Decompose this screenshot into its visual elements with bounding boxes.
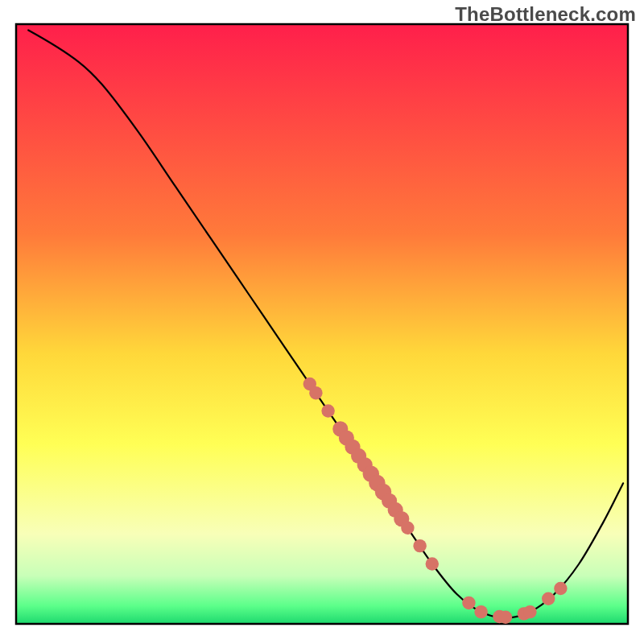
data-marker — [426, 557, 439, 570]
data-marker — [554, 582, 567, 595]
data-marker — [474, 605, 487, 618]
data-marker — [321, 404, 334, 417]
watermark-text: TheBottleneck.com — [455, 3, 636, 26]
chart-stage: TheBottleneck.com — [0, 0, 644, 644]
data-marker — [309, 386, 322, 399]
data-marker — [523, 605, 536, 618]
data-marker — [462, 597, 475, 609]
data-marker — [542, 592, 555, 605]
data-marker — [401, 522, 414, 535]
chart-svg — [0, 0, 644, 644]
plot-border — [16, 24, 628, 624]
data-marker — [413, 539, 426, 552]
data-marker — [499, 611, 512, 624]
